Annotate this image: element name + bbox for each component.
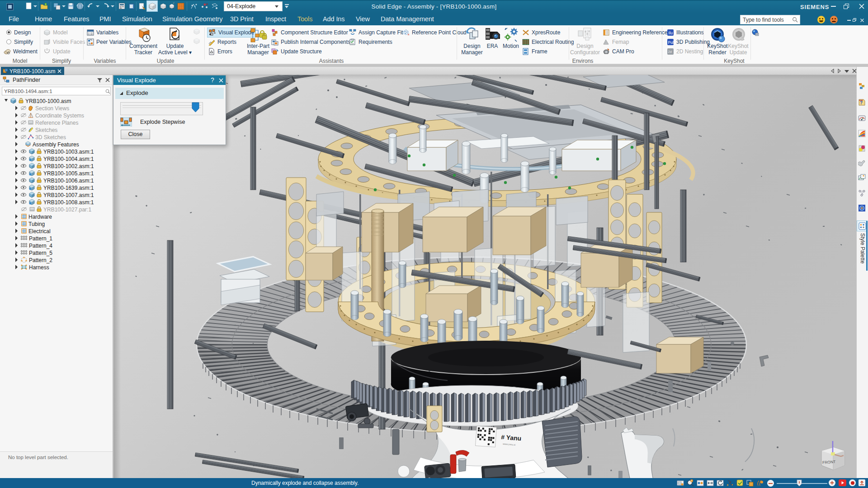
svg-text:FRONT: FRONT [822,460,836,465]
svg-text:Ilu: Ilu [669,31,673,35]
svg-text:Pub: Pub [668,40,675,45]
svg-text:?: ? [860,100,863,105]
svg-text:2d: 2d [668,50,672,54]
svg-text:# Yanu: # Yanu [501,433,522,442]
